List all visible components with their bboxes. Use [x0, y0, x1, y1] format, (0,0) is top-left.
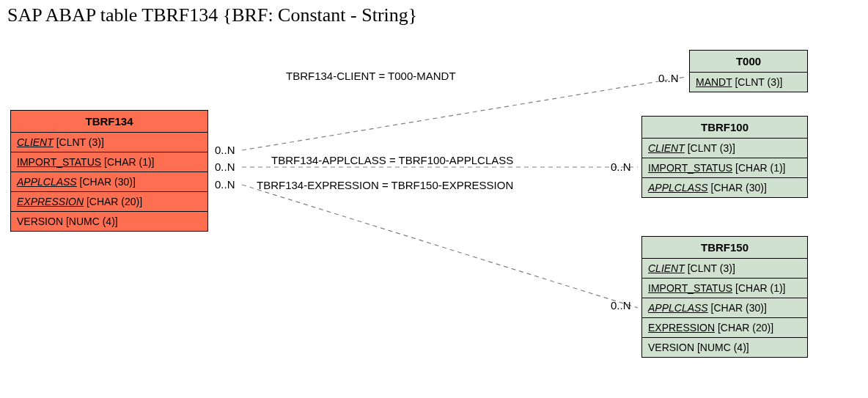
field-row: EXPRESSION [CHAR (20)] — [642, 318, 807, 338]
field-type: [CHAR (30)] — [80, 176, 136, 188]
field-row: MANDT [CLNT (3)] — [690, 73, 807, 92]
field-row: EXPRESSION [CHAR (20)] — [11, 192, 207, 212]
cardinality-right: 0..N — [658, 72, 679, 84]
field-row: IMPORT_STATUS [CHAR (1)] — [642, 279, 807, 298]
relation-label: TBRF134-APPLCLASS = TBRF100-APPLCLASS — [271, 154, 513, 166]
field-name: MANDT — [696, 76, 732, 88]
field-type: [CHAR (1)] — [735, 282, 785, 294]
page-title: SAP ABAP table TBRF134 {BRF: Constant - … — [7, 4, 417, 26]
field-type: [CLNT (3)] — [688, 262, 735, 274]
field-type: [NUMC (4)] — [697, 342, 749, 353]
field-name: CLIENT — [648, 142, 685, 154]
field-row: CLIENT [CLNT (3)] — [642, 139, 807, 158]
field-row: IMPORT_STATUS [CHAR (1)] — [11, 152, 207, 172]
field-row: IMPORT_STATUS [CHAR (1)] — [642, 158, 807, 178]
field-name: IMPORT_STATUS — [648, 162, 732, 174]
field-row: APPLCLASS [CHAR (30)] — [642, 298, 807, 318]
field-row: VERSION [NUMC (4)] — [11, 212, 207, 231]
field-type: [CLNT (3)] — [56, 136, 104, 148]
field-type: [CLNT (3)] — [735, 76, 782, 88]
field-row: CLIENT [CLNT (3)] — [642, 259, 807, 279]
field-type: [CHAR (20)] — [87, 196, 142, 207]
entity-header: T000 — [690, 51, 807, 73]
entity-header: TBRF134 — [11, 111, 207, 133]
field-name: APPLCLASS — [648, 182, 708, 194]
svg-line-0 — [242, 77, 685, 150]
field-name: VERSION — [648, 342, 694, 353]
field-type: [CHAR (30)] — [711, 182, 767, 194]
entity-tbrf150: TBRF150 CLIENT [CLNT (3)]IMPORT_STATUS [… — [641, 236, 808, 358]
field-name: IMPORT_STATUS — [648, 282, 732, 294]
field-row: CLIENT [CLNT (3)] — [11, 133, 207, 152]
field-name: CLIENT — [17, 136, 54, 148]
field-type: [CHAR (1)] — [735, 162, 785, 174]
field-row: VERSION [NUMC (4)] — [642, 338, 807, 357]
cardinality-left: 0..N — [215, 178, 235, 191]
field-row: APPLCLASS [CHAR (30)] — [11, 172, 207, 192]
field-type: [CHAR (30)] — [711, 302, 767, 314]
field-type: [NUMC (4)] — [66, 215, 118, 227]
cardinality-left: 0..N — [215, 161, 235, 173]
entity-tbrf134: TBRF134 CLIENT [CLNT (3)]IMPORT_STATUS [… — [10, 110, 208, 232]
svg-line-2 — [242, 185, 638, 308]
entity-tbrf100: TBRF100 CLIENT [CLNT (3)]IMPORT_STATUS [… — [641, 116, 808, 198]
field-name: IMPORT_STATUS — [17, 156, 101, 168]
relation-label: TBRF134-CLIENT = T000-MANDT — [286, 70, 456, 82]
relation-label: TBRF134-EXPRESSION = TBRF150-EXPRESSION — [257, 179, 513, 191]
field-name: APPLCLASS — [17, 176, 77, 188]
field-type: [CHAR (20)] — [718, 322, 773, 333]
entity-t000: T000 MANDT [CLNT (3)] — [689, 50, 808, 92]
field-type: [CLNT (3)] — [688, 142, 735, 154]
field-name: APPLCLASS — [648, 302, 708, 314]
entity-header: TBRF150 — [642, 237, 807, 259]
field-row: APPLCLASS [CHAR (30)] — [642, 178, 807, 197]
cardinality-left: 0..N — [215, 144, 235, 156]
field-name: EXPRESSION — [648, 322, 715, 333]
cardinality-right: 0..N — [611, 299, 631, 312]
entity-header: TBRF100 — [642, 117, 807, 139]
cardinality-right: 0..N — [611, 161, 631, 173]
field-name: CLIENT — [648, 262, 685, 274]
field-type: [CHAR (1)] — [104, 156, 154, 168]
field-name: EXPRESSION — [17, 196, 84, 207]
field-name: VERSION — [17, 215, 63, 227]
